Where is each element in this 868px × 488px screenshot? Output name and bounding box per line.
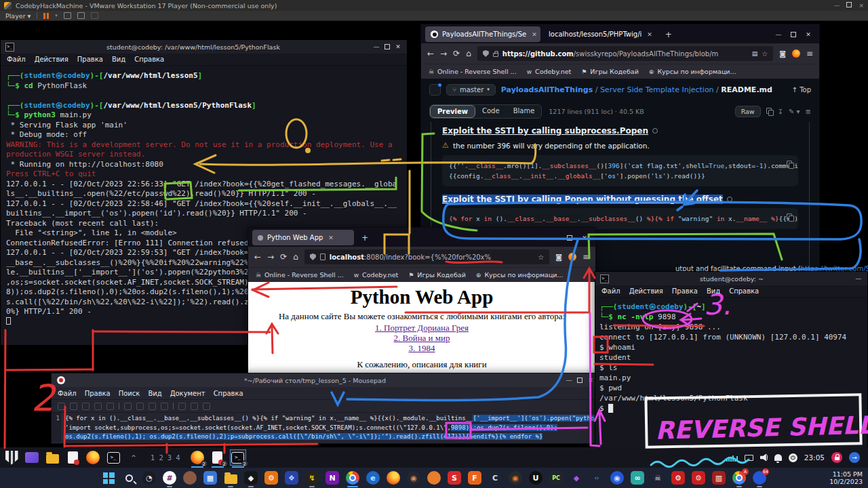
close-button[interactable]: ✕ (394, 43, 402, 51)
menu-item[interactable]: Вид (112, 56, 125, 63)
text-editor-icon[interactable] (65, 450, 80, 465)
menu-item[interactable]: Справка (134, 56, 164, 63)
bookmark-item[interactable]: ⚑Игры Кодебай (408, 271, 466, 279)
pin64-app-icon[interactable]: 64 (751, 469, 768, 487)
workspace-number[interactable]: 2 (159, 454, 163, 462)
url-bar[interactable]: localhost:8080/index?book={%%20for%20x% … (304, 249, 549, 264)
terminal-running-icon[interactable]: >_2 (231, 450, 245, 465)
file-manager-icon[interactable] (45, 450, 60, 465)
back-icon[interactable]: ← (254, 252, 261, 262)
bookmark-star-icon[interactable]: ☆ (762, 50, 768, 58)
outline-icon[interactable]: ≣ (806, 108, 811, 115)
firefox-icon[interactable] (384, 469, 402, 487)
menu-item[interactable]: Правка (77, 56, 103, 63)
workspace-number[interactable]: 1 (151, 454, 155, 462)
forward-icon[interactable]: → (440, 49, 447, 58)
bookmark-item[interactable]: ⊕Курсы по информаци... (476, 271, 564, 279)
player-menu[interactable]: Player ▾ (5, 12, 31, 20)
protection-shield-icon[interactable]: ◙ (555, 253, 562, 261)
bookmark-item[interactable]: wCodeby.net (354, 271, 399, 279)
tracking-shield-icon[interactable] (310, 253, 316, 260)
sidebar-toggle-icon[interactable] (429, 84, 441, 96)
reload-icon[interactable]: ⟳ (453, 49, 460, 58)
home-icon[interactable]: ⌂ (293, 252, 298, 262)
code-block-subclasses[interactable]: {{''.__class__.mro()[1].__subclasses__()… (442, 155, 798, 186)
menu-item[interactable]: Справка (214, 390, 243, 397)
display-icon[interactable] (745, 455, 753, 461)
workspace-icon[interactable] (24, 450, 39, 465)
branch-selector[interactable]: ⑂master▾ (446, 84, 496, 96)
send-keys-icon[interactable] (64, 12, 71, 19)
close-button[interactable]: ✕ (580, 234, 589, 242)
view-tab-preview[interactable]: Preview (430, 105, 475, 118)
new-tab-button[interactable]: + (357, 233, 373, 243)
mousepad-titlebar[interactable]: *~/Рабочий стол/tmp_lesson_5 - Mousepad … (52, 373, 600, 387)
bookmark-star-icon[interactable]: ☆ (538, 253, 544, 261)
close-button[interactable]: ✕ (587, 376, 595, 384)
new-tab-button[interactable]: + (660, 30, 677, 39)
mousepad-running-icon[interactable]: 2 (210, 450, 225, 465)
heading-popen-no-offset[interactable]: Exploit the SSTI by calling Popen withou… (442, 195, 798, 204)
pause-dropdown-icon[interactable]: ▾ (55, 13, 58, 18)
pycharm-icon[interactable]: PC (547, 469, 565, 487)
tab-python-web-app[interactable]: Python Web App✕ (252, 230, 354, 245)
firefox-launcher-icon[interactable] (85, 450, 100, 465)
red-s-app-icon[interactable]: S (446, 469, 463, 487)
pause-icon[interactable] (43, 13, 49, 19)
maximize-button[interactable] (846, 2, 852, 7)
file-explorer-icon[interactable] (222, 469, 239, 487)
reader-mode-icon[interactable]: ▤ (752, 50, 758, 57)
fullscreen-icon[interactable] (77, 12, 85, 19)
menu-item[interactable]: Файл (601, 287, 620, 295)
chevron-up-icon[interactable]: ^ (126, 450, 141, 465)
reload-icon[interactable]: ⟳ (280, 252, 287, 262)
start-button[interactable] (100, 469, 117, 487)
menu-item[interactable]: Файл (7, 56, 26, 63)
menu-item[interactable]: Правка (85, 390, 111, 397)
menu-item[interactable]: Вид (707, 287, 720, 295)
back-icon[interactable]: ← (427, 49, 434, 58)
view-tab-code[interactable]: Code (475, 105, 507, 118)
tab-localhost-phptwig[interactable]: localhost/lesson5/PHPTwig/i✕ (543, 26, 658, 42)
menu-item[interactable]: Действия (629, 287, 663, 295)
firefox-running-icon[interactable]: 2 (190, 450, 205, 465)
carrot-app-icon[interactable] (425, 469, 443, 487)
chrome-icon[interactable] (344, 469, 361, 487)
red-toolbox-app-icon[interactable]: ▥ (710, 469, 728, 487)
code-block-for-loop[interactable]: {% for x in ().__class__.__base__.__subc… (442, 208, 798, 229)
edit-pencil-icon[interactable]: ✎ ▾ (789, 108, 800, 115)
visual-studio-icon[interactable]: ◆ (568, 469, 585, 487)
home-icon[interactable]: ⌂ (466, 49, 471, 58)
maximize-button[interactable] (567, 235, 572, 241)
terminal-launcher-icon[interactable]: >_ (106, 450, 121, 465)
skull-app-icon[interactable]: ☠ (649, 469, 667, 487)
maximize-button[interactable] (791, 32, 796, 37)
copy-icon[interactable] (766, 108, 772, 115)
cinema4d-icon[interactable]: C (486, 469, 504, 487)
close-button[interactable]: × (859, 2, 864, 9)
davinci-resolve-icon[interactable]: ◉ (405, 469, 422, 487)
menu-item[interactable]: Действия (35, 56, 68, 63)
profile-photo-icon[interactable] (181, 469, 199, 487)
tracking-shield-icon[interactable] (483, 50, 489, 57)
firefox-account-icon[interactable] (568, 253, 576, 261)
terminal-titlebar[interactable]: >_ student@codeby: /var/www/html/lesson5… (1, 40, 407, 54)
terminal-titlebar[interactable]: >_ student@codeby: ~ — (595, 272, 867, 285)
maximize-button[interactable] (384, 44, 390, 49)
copy-icon[interactable] (787, 214, 793, 220)
virtualbox-icon[interactable]: ❖ (283, 469, 300, 487)
search-icon[interactable] (120, 469, 138, 487)
minimize-button[interactable]: — (774, 30, 783, 39)
editor-text[interactable]: {% for x in ().__class__.__base__.__subc… (62, 413, 600, 442)
url-bar[interactable]: https://github.com/swisskyrepo/PayloadsA… (477, 46, 773, 61)
orange-f-app-icon[interactable]: F (466, 469, 484, 487)
red-gear-app-icon[interactable]: ⚙ (669, 469, 687, 487)
copy-icon[interactable] (787, 161, 793, 167)
workspace-number[interactable]: 4 (176, 454, 180, 462)
close-tab-icon[interactable]: ✕ (328, 235, 334, 241)
slack-icon[interactable]: # (161, 469, 178, 487)
forward-icon[interactable]: → (267, 252, 274, 262)
book-link[interactable]: 2. Война и мир (248, 333, 595, 343)
gauge-app-icon[interactable]: ◔ (140, 469, 158, 487)
menu-item[interactable]: Вид (148, 390, 161, 397)
